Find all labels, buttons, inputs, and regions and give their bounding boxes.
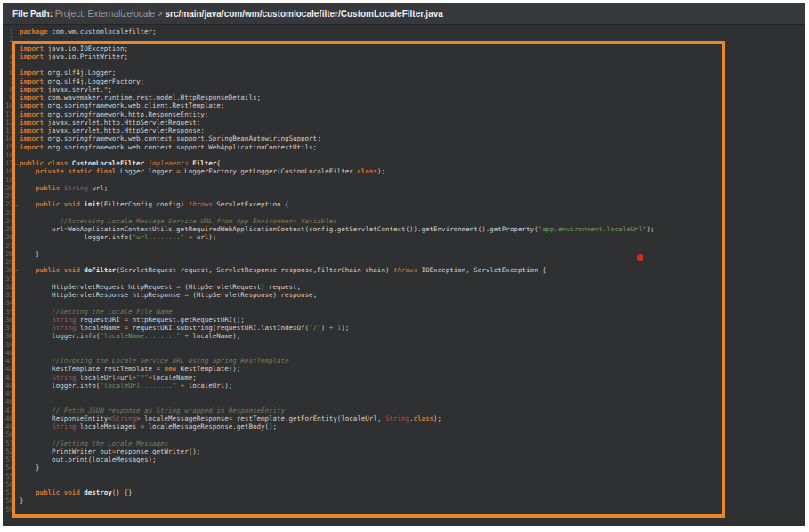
code-line[interactable]: 56 xyxy=(3,480,805,488)
code-line[interactable]: 13 import javax.servlet.http.HttpServlet… xyxy=(3,126,805,134)
code-line[interactable]: 19 xyxy=(3,176,805,184)
code-line[interactable]: 31 xyxy=(3,275,805,283)
line-number[interactable]: 26 xyxy=(3,233,13,241)
code-area[interactable]: 1 package com.wm.customlocalefilter;2 3 … xyxy=(3,25,805,526)
line-number[interactable]: 2 xyxy=(3,36,13,44)
code-line[interactable]: 26 logger.info("url........" + url); xyxy=(3,233,805,241)
code-line[interactable]: 20 public String url; xyxy=(3,184,805,192)
code-line[interactable]: 50 xyxy=(3,431,805,439)
code-line[interactable]: 41 //Invoking the Locale Service URL Usi… xyxy=(3,357,805,365)
line-number[interactable]: 35 xyxy=(3,308,13,316)
code-line[interactable]: 47 // Fetch JSON response as String wrap… xyxy=(3,407,805,415)
code-line[interactable]: 52 PrintWriter out=response.getWriter(); xyxy=(3,447,805,455)
line-number[interactable]: 22 xyxy=(3,200,13,208)
code-line[interactable]: 15 import org.springframework.web.contex… xyxy=(3,143,805,151)
line-number[interactable]: 1 xyxy=(3,28,13,36)
code-line[interactable]: 35 //Getting the Locale File Name xyxy=(3,308,805,316)
line-number[interactable]: 4 xyxy=(3,52,13,60)
code-line[interactable]: 34 xyxy=(3,299,805,307)
line-number[interactable]: 11 xyxy=(3,110,13,118)
code-line[interactable]: 37 String localeName = requestURI.substr… xyxy=(3,324,805,332)
code-line[interactable]: 14 import org.springframework.web.contex… xyxy=(3,134,805,142)
line-number[interactable]: 50 xyxy=(3,431,13,439)
line-number[interactable]: 34 xyxy=(3,299,13,307)
code-line[interactable]: 10 import org.springframework.web.client… xyxy=(3,101,805,109)
code-line[interactable]: 51 //Setting the Locale Messages xyxy=(3,439,805,447)
line-number[interactable]: 9 xyxy=(3,93,13,101)
line-number[interactable]: 58 xyxy=(3,496,13,504)
code-line[interactable]: 28 } xyxy=(3,250,805,258)
line-number[interactable]: 52 xyxy=(3,447,13,455)
line-number[interactable]: 25 xyxy=(3,225,13,233)
line-number[interactable]: 14 xyxy=(3,134,13,142)
code-line[interactable]: 22– public void init(FilterConfig config… xyxy=(3,200,805,208)
code-line[interactable]: 1 package com.wm.customlocalefilter; xyxy=(3,28,805,36)
fold-marker-icon[interactable]: – xyxy=(13,200,20,208)
code-line[interactable]: 54 } xyxy=(3,463,805,472)
code-line[interactable]: 6 import org.slf4j.Logger; xyxy=(3,69,805,77)
line-number[interactable]: 28 xyxy=(3,250,13,258)
line-number[interactable]: 37 xyxy=(3,324,13,332)
line-number[interactable]: 43 xyxy=(3,374,13,382)
fold-marker-icon[interactable]: – xyxy=(13,159,20,167)
code-line[interactable]: 40 xyxy=(3,349,805,357)
code-line[interactable]: 39 xyxy=(3,341,805,349)
code-line[interactable]: 57 public void destroy() {} xyxy=(3,488,805,496)
code-line[interactable]: 58 } xyxy=(3,496,805,504)
line-number[interactable]: 46 xyxy=(3,398,13,406)
line-number[interactable]: 42 xyxy=(3,365,13,373)
code-line[interactable]: 5 xyxy=(3,60,805,69)
line-number[interactable]: 10 xyxy=(3,101,13,109)
line-number[interactable]: 29 xyxy=(3,258,13,266)
code-line[interactable]: 11 import org.springframework.http.Respo… xyxy=(3,110,805,118)
code-line[interactable]: 3 import java.io.IOException; xyxy=(3,44,805,52)
line-number[interactable]: 57 xyxy=(3,488,13,496)
line-number[interactable]: 53 xyxy=(3,455,13,463)
line-number[interactable]: 30 xyxy=(3,266,13,274)
code-line[interactable]: 42 RestTemplate restTemplate = new RestT… xyxy=(3,365,805,373)
fold-marker-icon[interactable]: – xyxy=(13,266,20,274)
line-number[interactable]: 31 xyxy=(3,275,13,283)
code-line[interactable]: 36 String requestURI = httpRequest.getRe… xyxy=(3,316,805,324)
line-number[interactable]: 47 xyxy=(3,407,13,415)
line-number[interactable]: 38 xyxy=(3,332,13,340)
line-number[interactable]: 24 xyxy=(3,217,13,225)
code-line[interactable]: 29 xyxy=(3,258,805,266)
code-line[interactable]: 7 import org.slf4j.LoggerFactory; xyxy=(3,77,805,85)
line-number[interactable]: 6 xyxy=(3,69,13,77)
line-number[interactable]: 36 xyxy=(3,316,13,324)
line-number[interactable]: 5 xyxy=(3,60,13,69)
code-line[interactable]: 44 logger.info("localeUrl........" + loc… xyxy=(3,382,805,390)
line-number[interactable]: 18 xyxy=(3,167,13,175)
code-line[interactable]: 33 HttpServletResponse httpResponse = (H… xyxy=(3,291,805,299)
code-line[interactable]: 32 HttpServletRequest httpRequest = (Htt… xyxy=(3,283,805,291)
line-number[interactable]: 51 xyxy=(3,439,13,447)
code-line[interactable]: 27 xyxy=(3,242,805,250)
line-number[interactable]: 27 xyxy=(3,242,13,250)
code-line[interactable]: 25 url=WebApplicationContextUtils.getReq… xyxy=(3,225,805,233)
line-number[interactable]: 3 xyxy=(3,44,13,52)
code-line[interactable]: 43 String localeUrl=url+"?"+localeName; xyxy=(3,374,805,382)
code-line[interactable]: 30– public void doFilter(ServletRequest … xyxy=(3,266,805,274)
line-number[interactable]: 40 xyxy=(3,349,13,357)
line-number[interactable]: 54 xyxy=(3,463,13,472)
line-number[interactable]: 44 xyxy=(3,382,13,390)
code-line[interactable]: 12 import javax.servlet.http.HttpServlet… xyxy=(3,118,805,126)
line-number[interactable]: 7 xyxy=(3,77,13,85)
line-number[interactable]: 55 xyxy=(3,472,13,480)
line-number[interactable]: 56 xyxy=(3,480,13,488)
line-number[interactable]: 32 xyxy=(3,283,13,291)
line-number[interactable]: 23 xyxy=(3,209,13,217)
code-line[interactable]: 21 xyxy=(3,192,805,200)
code-line[interactable]: 45 xyxy=(3,390,805,398)
code-line[interactable]: 38 logger.info("localeName........" + lo… xyxy=(3,332,805,340)
code-line[interactable]: 59 xyxy=(3,505,805,513)
code-line[interactable]: 49 String localeMessages = localeMessage… xyxy=(3,423,805,431)
line-number[interactable]: 8 xyxy=(3,85,13,93)
line-number[interactable]: 33 xyxy=(3,291,13,299)
code-line[interactable]: 16 xyxy=(3,151,805,159)
line-number[interactable]: 59 xyxy=(3,505,13,513)
line-number[interactable]: 39 xyxy=(3,341,13,349)
line-number[interactable]: 13 xyxy=(3,126,13,134)
code-line[interactable]: 18 private static final Logger logger = … xyxy=(3,167,805,175)
